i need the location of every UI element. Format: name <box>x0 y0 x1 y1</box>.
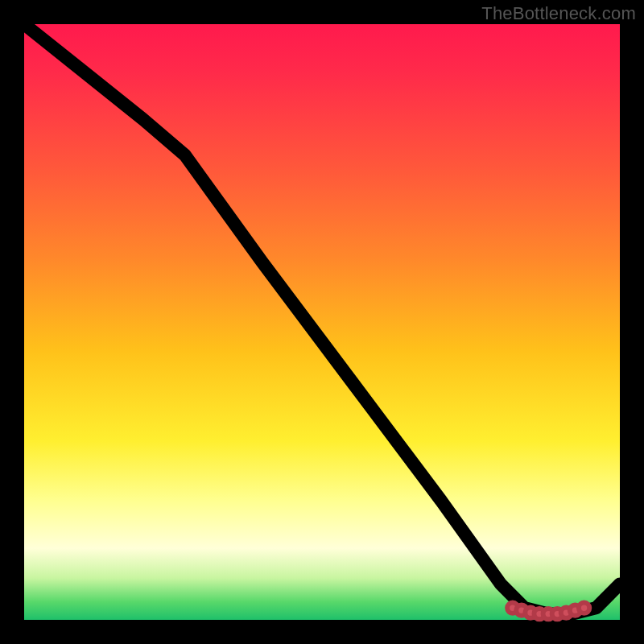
watermark-text: TheBottleneck.com <box>481 3 636 24</box>
marker-point <box>579 603 589 613</box>
chart-overlay <box>24 24 620 620</box>
marker-cluster <box>507 603 589 620</box>
chart-frame: TheBottleneck.com <box>0 0 644 644</box>
bottleneck-curve <box>24 24 620 614</box>
